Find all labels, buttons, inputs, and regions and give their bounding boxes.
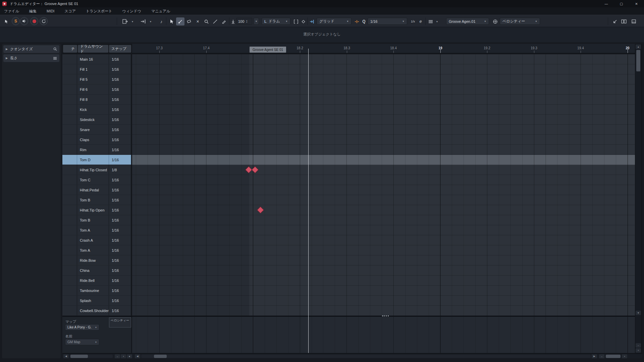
menu-item-マニュアル[interactable]: マニュアル (151, 9, 170, 14)
step-input-icon[interactable] (354, 17, 360, 25)
h-zoom-slider[interactable] (606, 355, 621, 358)
snap-value[interactable]: 1/16 (109, 225, 131, 235)
drum-row[interactable]: Claps1/16 (62, 135, 131, 145)
drum-row[interactable]: Ride.Bell1/16 (62, 276, 131, 286)
drum-sound-name[interactable]: Tom B (77, 215, 109, 225)
drum-sound-name[interactable]: Tom A (77, 245, 109, 255)
inspector-section-length[interactable]: ▶ 長さ (3, 54, 59, 62)
snap-value[interactable]: 1/16 (109, 185, 131, 195)
audition-button[interactable] (20, 17, 28, 25)
drum-sound-name[interactable]: Sidestick (77, 115, 109, 124)
eraser-tool[interactable] (185, 17, 193, 25)
menu-item-ウィンドウ[interactable]: ウィンドウ (122, 9, 141, 14)
snap-value[interactable]: 1/16 (109, 54, 131, 64)
column-header-drumsound[interactable]: ドラムサウンド (78, 45, 108, 53)
list-scroll-left-button[interactable]: ◀ (63, 354, 69, 358)
drum-row[interactable]: Tom A1/16 (62, 225, 131, 235)
snap-value[interactable]: 1/16 (109, 296, 131, 305)
column-header-snap[interactable]: スナップ (109, 45, 131, 53)
drum-sound-name[interactable]: Hihat.Tip Open (77, 205, 109, 215)
drum-row[interactable]: Tom A1/16 (62, 245, 131, 255)
snap-value[interactable]: 1/16 (109, 105, 131, 114)
snap-value[interactable]: 1/16 (109, 95, 131, 104)
setup-window-icon[interactable] (630, 17, 637, 25)
show-part-borders-icon[interactable] (292, 17, 299, 25)
mute-tool[interactable]: × (194, 17, 202, 25)
drum-sound-name[interactable]: Tom C (77, 175, 109, 185)
velocity-input[interactable]: 100 ▲▼ (236, 18, 252, 25)
minimize-button[interactable]: — (599, 0, 614, 7)
snap-value[interactable]: 1/16 (109, 235, 131, 245)
timeline-scrollbar-thumb[interactable] (154, 355, 167, 358)
quantize-lengths-icon[interactable]: 1/x (409, 17, 417, 25)
drum-sound-name[interactable]: Fill 6 (77, 84, 109, 94)
snap-value[interactable]: 1/16 (109, 195, 131, 205)
drum-sound-name[interactable]: Hihat.Pedal (77, 185, 109, 195)
line-tool[interactable] (211, 17, 219, 25)
snap-icon[interactable] (309, 17, 315, 25)
menu-item-ファイル[interactable]: ファイル (4, 9, 19, 14)
drum-row[interactable]: Tom B1/16 (62, 215, 131, 225)
cycle-button[interactable] (40, 17, 48, 25)
page-scroll-icon[interactable] (121, 17, 129, 25)
drum-row[interactable]: Hihat.Pedal1/16 (62, 185, 131, 195)
v-zoom-out-button[interactable]: – (636, 343, 641, 348)
zoom-tool[interactable] (202, 17, 211, 25)
note-grid[interactable] (132, 54, 635, 316)
record-button[interactable] (30, 17, 38, 25)
length-mode-select[interactable]: L ドラム ▼ (262, 18, 290, 25)
velocity-spinner[interactable]: ▲▼ (246, 20, 248, 23)
drum-sound-name[interactable]: Tambourine (77, 286, 109, 295)
edited-part-select[interactable]: Groove Agen.01 ▼ (446, 18, 489, 25)
drum-sound-name[interactable]: Ride.Bow (77, 255, 109, 265)
lane-resize-handle[interactable] (382, 315, 389, 316)
autoscroll-icon[interactable] (139, 17, 148, 25)
drum-row[interactable]: Fill 11/16 (62, 64, 131, 74)
drum-row[interactable]: Kick1/16 (62, 105, 131, 115)
snap-value[interactable]: 1/16 (109, 84, 131, 94)
drum-row[interactable]: Ride.Bow1/16 (62, 255, 131, 265)
timeline-ruler[interactable]: Groove Agent SE 01 17.317.418.218.318.41… (132, 44, 635, 53)
drum-row[interactable]: Hihat.Tip Open1/16 (62, 205, 131, 215)
velocity-dropdown[interactable]: ▼ (254, 18, 259, 25)
drum-row[interactable]: Tom D1/16 (62, 155, 131, 165)
maximize-button[interactable]: ▢ (614, 0, 629, 7)
drum-row[interactable]: Rim1/16 (62, 145, 131, 155)
menu-item-編集[interactable]: 編集 (29, 9, 37, 14)
h-zoom-in-button[interactable]: + (622, 354, 627, 358)
drum-row[interactable]: Crash A1/16 (62, 235, 131, 245)
menu-item-スコア[interactable]: スコア (64, 9, 76, 14)
snap-value[interactable]: 1/8 (109, 165, 131, 175)
drum-row[interactable]: Fill 61/16 (62, 84, 131, 95)
drum-sound-name[interactable]: Tom A (77, 225, 109, 235)
menu-item-MIDI[interactable]: MIDI (47, 9, 54, 13)
drum-row[interactable]: Fill 51/16 (62, 74, 131, 84)
drum-sound-name[interactable]: Main 16 (77, 54, 109, 64)
drumstick-tool[interactable] (176, 17, 184, 25)
snap-value[interactable]: 1/16 (109, 74, 131, 84)
part-name-tab[interactable]: Groove Agent SE 01 (250, 47, 286, 53)
controller-lane-label[interactable]: ベロシティー (109, 317, 131, 327)
drum-sound-name[interactable]: Ride.Bell (77, 276, 109, 285)
drum-sound-name[interactable]: Rim (77, 145, 109, 155)
snap-value[interactable]: 1/16 (109, 115, 131, 124)
drum-row[interactable]: Main 161/16 (62, 54, 131, 64)
pin-icon[interactable] (3, 17, 10, 25)
snap-value[interactable]: 1/16 (109, 145, 131, 155)
drum-sound-name[interactable]: Kick (77, 105, 109, 114)
row-zoom-out-button[interactable]: – (115, 354, 120, 358)
drum-sound-name[interactable]: Snare (77, 125, 109, 134)
scroll-left-button[interactable]: ◀ (135, 354, 140, 358)
drum-sound-name[interactable]: China (77, 265, 109, 275)
select-tool[interactable] (167, 17, 176, 25)
open-in-lower-zone-icon[interactable] (611, 17, 619, 25)
snap-value[interactable]: 1/16 (109, 286, 131, 295)
snap-value[interactable]: 1/16 (109, 265, 131, 275)
snap-value[interactable]: 1/16 (109, 175, 131, 185)
drum-row[interactable]: Tom B1/16 (62, 195, 131, 205)
solo-button[interactable]: S (12, 17, 20, 25)
audition-note-icon[interactable]: ♪ (158, 17, 165, 25)
vertical-scrollbar-thumb[interactable] (636, 50, 640, 71)
drum-row[interactable]: Splash1/16 (62, 296, 131, 306)
window-layout-icon[interactable] (620, 17, 628, 25)
